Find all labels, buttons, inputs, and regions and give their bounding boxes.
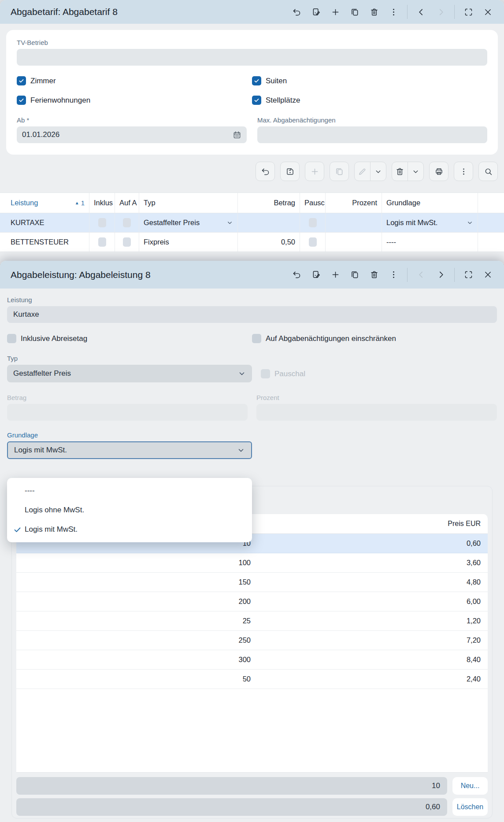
checkbox-ferienwohnungen[interactable]: Ferienwohnungen — [17, 96, 252, 105]
undo-icon[interactable] — [288, 4, 305, 20]
cell-filler — [478, 233, 504, 252]
cell-betrag[interactable]: 0,50 — [238, 233, 300, 252]
cell-staffel: 250 — [16, 631, 251, 650]
delete-icon[interactable] — [366, 4, 382, 20]
dropdown-option-empty[interactable]: ---- — [7, 481, 252, 500]
save-button[interactable] — [280, 162, 300, 181]
column-header-pauschal[interactable]: Pausc — [300, 193, 326, 213]
tv-betrieb-input[interactable] — [17, 49, 487, 66]
prozent-input — [256, 404, 497, 421]
save-edit-icon[interactable] — [308, 4, 324, 20]
previous-icon[interactable] — [413, 4, 430, 20]
close-icon[interactable] — [479, 267, 496, 283]
more-icon — [459, 167, 468, 176]
close-icon[interactable] — [479, 4, 496, 20]
checkbox-unchecked-icon — [123, 237, 131, 247]
delete-button[interactable]: Löschen — [452, 798, 488, 816]
staffel-count-input[interactable]: 10 — [16, 777, 447, 795]
undo-button[interactable] — [256, 162, 275, 181]
sort-order: 1 — [81, 199, 85, 207]
price-row[interactable]: 100 3,60 — [16, 553, 488, 573]
prozent-label: Prozent — [256, 382, 497, 401]
print-button[interactable] — [429, 162, 448, 181]
column-header-betrag[interactable]: Betrag — [238, 193, 300, 213]
table-header-row: Leistung ▲1 Inklus Auf A Typ Betrag Paus… — [0, 193, 504, 213]
add-icon[interactable] — [327, 4, 344, 20]
column-header-auf[interactable]: Auf A — [115, 193, 139, 213]
checkbox-unchecked-icon — [252, 334, 261, 343]
table-row-kurtaxe[interactable]: KURTAXE Gestaffelter Preis Logis mit MwS… — [0, 213, 504, 233]
cell-betrag[interactable] — [238, 213, 300, 232]
cell-auf-checkbox[interactable] — [115, 213, 139, 232]
cell-pauschal-checkbox[interactable] — [300, 213, 326, 232]
column-header-preis-eur[interactable]: Preis EUR — [448, 520, 481, 528]
add-button — [305, 162, 324, 181]
maximize-icon[interactable] — [460, 4, 477, 20]
delete-icon[interactable] — [366, 267, 382, 283]
calendar-icon[interactable] — [233, 130, 241, 139]
checkbox-disabled-icon — [261, 369, 270, 378]
checkbox-unchecked-icon — [7, 334, 16, 343]
cell-typ-select[interactable]: Gestaffelter Preis — [139, 213, 238, 232]
titlebar-abgabetarif: Abgabetarif: Abgabetarif 8 — [0, 0, 504, 24]
typ-value: Gestaffelter Preis — [144, 218, 200, 227]
next-icon[interactable] — [432, 267, 449, 283]
table-toolbar — [0, 155, 504, 187]
duplicate-icon[interactable] — [346, 4, 363, 20]
cell-grundlage-select[interactable]: Logis mit MwSt. — [382, 213, 478, 232]
search-button[interactable] — [478, 162, 498, 181]
undo-icon[interactable] — [288, 267, 305, 283]
more-icon[interactable] — [385, 267, 402, 283]
check-icon — [13, 526, 25, 534]
checkbox-unchecked-icon — [98, 237, 106, 247]
more-button[interactable] — [454, 162, 473, 181]
duplicate-icon[interactable] — [346, 267, 363, 283]
dropdown-option-logis-ohne-mwst[interactable]: Logis ohne MwSt. — [7, 500, 252, 520]
typ-label: Typ — [7, 343, 252, 362]
cell-prozent[interactable] — [326, 233, 382, 252]
cell-typ[interactable]: Fixpreis — [139, 233, 238, 252]
add-icon[interactable] — [327, 267, 344, 283]
more-icon[interactable] — [385, 4, 402, 20]
edit-split-button[interactable] — [354, 162, 386, 181]
column-header-prozent[interactable]: Prozent — [326, 193, 382, 213]
column-header-typ[interactable]: Typ — [139, 193, 238, 213]
cell-inklusive-checkbox[interactable] — [89, 213, 115, 232]
titlebar-separator — [407, 268, 408, 282]
cell-prozent[interactable] — [326, 213, 382, 232]
delete-icon[interactable] — [392, 162, 408, 181]
column-header-inklusive[interactable]: Inklus — [89, 193, 115, 213]
price-row[interactable]: 50 2,40 — [16, 670, 488, 689]
checkbox-auf-abgabenaechtigungen[interactable]: Auf Abgabenächtigungen einschränken — [252, 334, 497, 343]
checkbox-zimmer[interactable]: Zimmer — [17, 76, 252, 85]
grundlage-select[interactable]: Logis mit MwSt. — [7, 441, 252, 459]
max-abgabenaechtigungen-input[interactable] — [257, 126, 487, 143]
cell-auf-checkbox[interactable] — [115, 233, 139, 252]
typ-select[interactable]: Gestaffelter Preis — [7, 365, 252, 382]
edit-dropdown-icon[interactable] — [371, 162, 386, 181]
cell-inklusive-checkbox[interactable] — [89, 233, 115, 252]
leistung-input[interactable]: Kurtaxe — [7, 306, 497, 323]
delete-split-button[interactable] — [392, 162, 424, 181]
price-row[interactable]: 300 8,40 — [16, 650, 488, 670]
leistung-label: Leistung — [7, 289, 497, 304]
table-row-bettensteuer[interactable]: BETTENSTEUER Fixpreis 0,50 ---- — [0, 233, 504, 252]
checkbox-suiten[interactable]: Suiten — [252, 76, 487, 85]
price-row[interactable]: 25 1,20 — [16, 611, 488, 631]
checkbox-stellplaetze[interactable]: Stellplätze — [252, 96, 487, 105]
checkbox-inklusive-abreisetag[interactable]: Inklusive Abreisetag — [7, 334, 252, 343]
save-edit-icon[interactable] — [308, 267, 324, 283]
cell-pauschal-checkbox[interactable] — [300, 233, 326, 252]
column-header-leistung[interactable]: Leistung ▲1 — [0, 193, 89, 213]
price-row[interactable]: 250 7,20 — [16, 631, 488, 650]
staffel-price-input[interactable]: 0,60 — [16, 798, 447, 816]
price-row[interactable]: 200 6,00 — [16, 592, 488, 611]
dropdown-option-logis-mit-mwst[interactable]: Logis mit MwSt. — [7, 520, 252, 539]
ab-date-input[interactable]: 01.01.2026 — [17, 126, 247, 143]
new-button[interactable]: Neu... — [452, 777, 488, 795]
cell-grundlage[interactable]: ---- — [382, 233, 478, 252]
column-header-grundlage[interactable]: Grundlage — [382, 193, 478, 213]
price-row[interactable]: 150 4,80 — [16, 573, 488, 592]
delete-dropdown-icon[interactable] — [408, 162, 423, 181]
maximize-icon[interactable] — [460, 267, 477, 283]
